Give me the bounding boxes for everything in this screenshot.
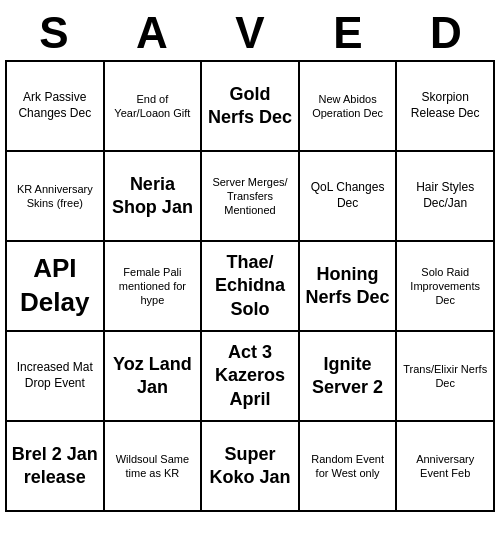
bingo-cell-19[interactable]: Trans/Elixir Nerfs Dec	[397, 332, 495, 422]
bingo-cell-12[interactable]: Thae/ Echidna Solo	[202, 242, 300, 332]
bingo-cell-16[interactable]: Yoz Land Jan	[105, 332, 203, 422]
bingo-grid: Ark Passive Changes DecEnd of Year/Loaon…	[5, 60, 495, 512]
bingo-cell-10[interactable]: API Delay	[7, 242, 105, 332]
bingo-cell-0[interactable]: Ark Passive Changes Dec	[7, 62, 105, 152]
bingo-cell-2[interactable]: Gold Nerfs Dec	[202, 62, 300, 152]
title-letter-a: A	[108, 8, 196, 58]
bingo-cell-11[interactable]: Female Pali mentioned for hype	[105, 242, 203, 332]
bingo-cell-13[interactable]: Honing Nerfs Dec	[300, 242, 398, 332]
bingo-cell-14[interactable]: Solo Raid Improvements Dec	[397, 242, 495, 332]
bingo-cell-17[interactable]: Act 3 Kazeros April	[202, 332, 300, 422]
bingo-cell-21[interactable]: Wildsoul Same time as KR	[105, 422, 203, 512]
bingo-cell-4[interactable]: Skorpion Release Dec	[397, 62, 495, 152]
bingo-cell-3[interactable]: New Abidos Operation Dec	[300, 62, 398, 152]
title-letter-s: S	[10, 8, 98, 58]
bingo-cell-9[interactable]: Hair Styles Dec/Jan	[397, 152, 495, 242]
bingo-title: S A V E D	[5, 4, 495, 60]
bingo-cell-20[interactable]: Brel 2 Jan release	[7, 422, 105, 512]
bingo-cell-8[interactable]: QoL Changes Dec	[300, 152, 398, 242]
bingo-cell-15[interactable]: Increased Mat Drop Event	[7, 332, 105, 422]
bingo-cell-24[interactable]: Anniversary Event Feb	[397, 422, 495, 512]
title-letter-d: D	[402, 8, 490, 58]
title-letter-e: E	[304, 8, 392, 58]
title-letter-v: V	[206, 8, 294, 58]
bingo-cell-1[interactable]: End of Year/Loaon Gift	[105, 62, 203, 152]
bingo-cell-18[interactable]: Ignite Server 2	[300, 332, 398, 422]
bingo-cell-7[interactable]: Server Merges/ Transfers Mentioned	[202, 152, 300, 242]
bingo-card: S A V E D Ark Passive Changes DecEnd of …	[5, 4, 495, 512]
bingo-cell-22[interactable]: Super Koko Jan	[202, 422, 300, 512]
bingo-cell-23[interactable]: Random Event for West only	[300, 422, 398, 512]
bingo-cell-5[interactable]: KR Anniversary Skins (free)	[7, 152, 105, 242]
bingo-cell-6[interactable]: Neria Shop Jan	[105, 152, 203, 242]
